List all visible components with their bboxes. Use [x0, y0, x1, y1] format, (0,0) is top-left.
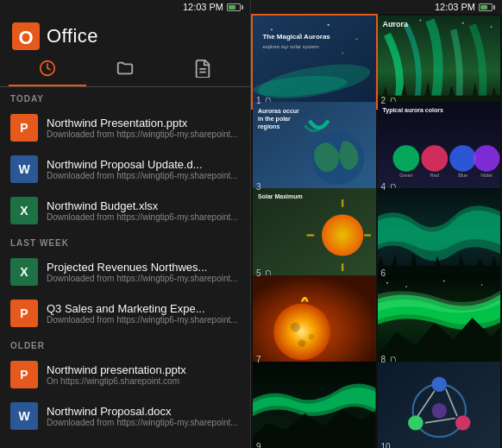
svg-point-48: [442, 280, 444, 281]
list-item[interactable]: W Northwind Proposal Update.d... Downloa…: [0, 148, 250, 190]
file-sub: On https://wingtip6.sharepoint.com: [47, 376, 240, 386]
file-info: Q3 Sales and Marketing Expe... Downloade…: [47, 302, 240, 325]
list-item[interactable]: W Northwind Proposal.docx Downloaded fro…: [0, 395, 250, 437]
slide-10-number: 10: [381, 442, 391, 448]
svg-point-59: [431, 403, 447, 418]
slide-thumbnail-10[interactable]: 10: [378, 362, 501, 448]
slide-thumbnail-2[interactable]: Aurora 2 🗋: [378, 16, 501, 108]
svg-point-53: [431, 376, 447, 391]
slide-5-title: Solar Maximum: [258, 193, 303, 199]
left-status-bar: 12:03 PM: [0, 0, 250, 14]
tab-documents[interactable]: [86, 52, 164, 86]
pptx-icon: P: [10, 300, 38, 327]
svg-text:Blue: Blue: [458, 173, 467, 178]
svg-text:Red: Red: [430, 173, 438, 178]
file-info: Northwind Budget.xlsx Downloaded from ht…: [47, 199, 240, 222]
svg-point-25: [421, 145, 448, 172]
file-sub: Downloaded from https://wingtip6-my.shar…: [47, 171, 240, 180]
svg-point-17: [419, 20, 421, 22]
svg-point-55: [408, 415, 424, 430]
slide-thumbnail-9[interactable]: 9: [253, 362, 376, 448]
battery-icon-right: [479, 3, 495, 11]
svg-text:Green: Green: [399, 173, 412, 178]
file-list: TODAY P Northwind Presentation.pptx Down…: [0, 87, 250, 448]
file-name: Projected Revenues Northwes...: [47, 261, 240, 274]
slide-thumbnail-3[interactable]: Auroras occur in the polar regions 3: [253, 102, 376, 194]
svg-point-9: [271, 28, 273, 30]
svg-point-43: [309, 333, 315, 339]
section-lastweek: LAST WEEK: [0, 231, 250, 251]
file-info: Northwind Presentation.pptx Downloaded f…: [47, 117, 240, 139]
svg-point-46: [386, 281, 388, 283]
slide-thumbnail-8[interactable]: 8 🗋: [378, 275, 501, 368]
svg-point-19: [490, 26, 492, 28]
tab-recent[interactable]: [9, 52, 86, 86]
section-today: TODAY: [0, 87, 250, 107]
svg-point-41: [273, 303, 330, 359]
svg-point-47: [405, 286, 407, 287]
docx-icon: W: [10, 402, 38, 430]
list-item[interactable]: P Northwind Presentation.pptx Downloaded…: [0, 107, 250, 148]
file-sub: Downloaded from https://wingtip6-my.shar…: [47, 129, 240, 139]
tab-shared[interactable]: [164, 52, 242, 86]
slide-thumbnail-1[interactable]: The Magical Aurorasexplore our solar sys…: [253, 16, 376, 108]
slide-thumbnail-4[interactable]: Green Red Blue Violet Typical aurora col…: [378, 102, 501, 194]
list-item[interactable]: P Q3 Sales and Marketing Expe... Downloa…: [0, 293, 250, 334]
slide-3-title: Auroras occur in the polar regions: [258, 107, 305, 130]
slide-1-number: 1: [256, 96, 261, 105]
file-name: Q3 Sales and Marketing Expe...: [47, 302, 240, 315]
battery-icon-left: [227, 3, 243, 11]
file-name: Northwind presentation.pptx: [47, 363, 240, 376]
svg-point-26: [449, 145, 476, 172]
docx-icon: W: [10, 155, 38, 183]
slide-4-title: Typical aurora colors: [383, 107, 443, 113]
file-name: Northwind Presentation.pptx: [47, 117, 240, 129]
right-status-bar: 12:03 PM: [251, 0, 502, 14]
office-logo-icon: O: [10, 21, 41, 52]
slide-thumbnail-6[interactable]: 6: [378, 188, 501, 281]
svg-point-42: [291, 322, 300, 331]
file-info: Northwind Proposal Update.d... Downloade…: [47, 158, 240, 180]
slide-5-number: 5: [256, 268, 261, 278]
slide-9-number: 9: [256, 442, 261, 448]
slides-grid: The Magical Aurorasexplore our solar sys…: [251, 14, 502, 448]
app-title: Office: [47, 25, 98, 47]
slide-thumbnail-7[interactable]: 7: [253, 275, 376, 368]
svg-point-24: [392, 145, 419, 172]
right-panel: 12:03 PM: [251, 0, 502, 448]
slide-1-title: The Magical Aurorasexplore our solar sys…: [262, 32, 361, 51]
slide-thumbnail-5[interactable]: Solar Maximum 5 🗋: [253, 188, 376, 281]
svg-point-11: [328, 24, 329, 26]
file-name: Northwind Budget.xlsx: [47, 199, 240, 212]
folder-icon: [116, 59, 135, 78]
slide-2-title: Aurora: [383, 20, 409, 28]
file-info: Projected Revenues Northwes... Downloade…: [47, 261, 240, 283]
left-time: 12:03 PM: [183, 2, 223, 12]
svg-point-14: [342, 53, 343, 54]
section-older: OLDER: [0, 334, 250, 354]
file-sub: Downloaded from https://wingtip6-my.shar…: [47, 274, 240, 283]
svg-text:O: O: [18, 27, 33, 48]
slide-6-number: 6: [381, 268, 386, 278]
file-info: Northwind Proposal.docx Downloaded from …: [47, 405, 240, 427]
slide-2-number: 2: [381, 96, 386, 105]
svg-point-18: [461, 22, 463, 24]
file-info: Northwind presentation.pptx On https://w…: [47, 363, 240, 386]
svg-point-33: [322, 215, 363, 256]
list-item[interactable]: X Northwind Budget.xlsx Downloaded from …: [0, 190, 250, 231]
app-header: O Office: [0, 14, 250, 52]
list-item[interactable]: X Projected Revenues Northwes... Downloa…: [0, 251, 250, 293]
svg-point-49: [480, 284, 482, 286]
pptx-icon: P: [10, 361, 38, 388]
file-name: Northwind Proposal.docx: [47, 405, 240, 418]
file-sub: Downloaded from https://wingtip6-my.shar…: [47, 212, 240, 222]
slide-7-number: 7: [256, 355, 261, 364]
xlsx-icon: X: [10, 197, 38, 224]
svg-text:Violet: Violet: [480, 173, 493, 178]
slide-3-number: 3: [256, 182, 261, 192]
list-item[interactable]: P Northwind presentation.pptx On https:/…: [0, 354, 250, 395]
document-icon: [193, 59, 212, 78]
file-sub: Downloaded from https://wingtip6-my.shar…: [47, 418, 240, 427]
slide-8-number: 8: [381, 355, 386, 364]
right-time: 12:03 PM: [435, 2, 475, 12]
